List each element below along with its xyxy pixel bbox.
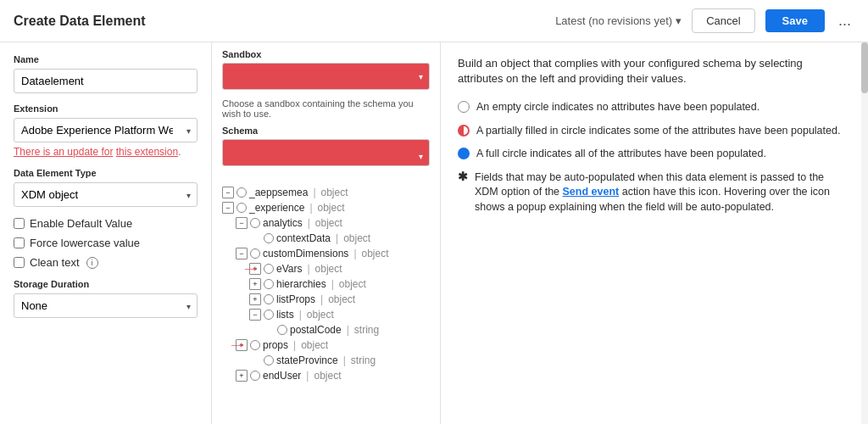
schema-select-wrapper: ▾ xyxy=(222,139,430,173)
storage-duration-select[interactable]: None xyxy=(14,293,198,318)
more-options-button[interactable]: ... xyxy=(835,12,854,30)
clean-text-row: Clean text i xyxy=(14,256,198,269)
collapse-icon[interactable]: − xyxy=(222,202,234,214)
data-element-type-select-wrapper: XDM object ▾ xyxy=(14,182,198,207)
circle-empty-icon xyxy=(264,355,274,365)
tree-item-aeppsemea[interactable]: − _aeppsemea | object xyxy=(219,185,433,200)
circle-empty-icon xyxy=(250,248,260,259)
middle-panel: Sandbox ▾ Choose a sandbox containing th… xyxy=(212,42,441,424)
sandbox-section: Sandbox ▾ xyxy=(212,42,440,98)
arrow-right-icon: → xyxy=(227,338,248,353)
data-element-type-label: Data Element Type xyxy=(14,168,198,178)
circle-full-legend-icon xyxy=(458,148,470,159)
page-title: Create Data Element xyxy=(14,14,146,29)
force-lowercase-checkbox[interactable] xyxy=(14,237,25,248)
circle-empty-icon xyxy=(250,218,260,228)
chevron-down-icon: ▾ xyxy=(676,14,682,27)
clean-text-label: Clean text xyxy=(30,256,80,269)
legend-star-text: Fields that may be auto-populated when t… xyxy=(475,170,844,215)
info-icon[interactable]: i xyxy=(86,257,98,269)
name-label: Name xyxy=(14,54,198,64)
circle-empty-icon xyxy=(277,325,287,335)
legend-full-text: A full circle indicates all of the attri… xyxy=(476,147,766,162)
storage-section: Storage Duration None ▾ xyxy=(14,279,198,318)
tree-item-analytics[interactable]: − analytics | object xyxy=(219,215,433,231)
storage-duration-label: Storage Duration xyxy=(14,279,198,289)
schema-tree: − _aeppsemea | object − _experience | ob… xyxy=(212,181,440,387)
sandbox-hint: Choose a sandbox containing the schema y… xyxy=(212,98,440,119)
schema-section: Schema ▾ xyxy=(212,126,440,181)
extension-label: Extension xyxy=(14,103,198,114)
send-event-link[interactable]: Send event xyxy=(563,186,620,198)
circle-empty-icon xyxy=(250,340,260,350)
enable-default-value-row: Enable Default Value xyxy=(14,217,198,230)
circle-empty-icon xyxy=(264,294,274,304)
collapse-icon[interactable]: − xyxy=(236,248,248,259)
legend-star: ✱ Fields that may be auto-populated when… xyxy=(458,170,844,215)
extension-update-notice: There is an update for this extension. xyxy=(14,146,198,158)
tree-item-customdimensions[interactable]: − customDimensions | object xyxy=(219,246,433,261)
expand-icon[interactable]: + xyxy=(236,370,248,382)
clean-text-checkbox[interactable] xyxy=(14,257,25,268)
legend-partial: A partially filled in circle indicates s… xyxy=(458,124,844,139)
expand-icon[interactable]: + xyxy=(249,278,261,290)
circle-half-legend-icon xyxy=(458,125,470,137)
extension-select[interactable]: Adobe Experience Platform Web SDK xyxy=(14,118,198,142)
main-layout: Name Extension Adobe Experience Platform… xyxy=(0,42,868,424)
tree-item-hierarchies[interactable]: + hierarchies | object xyxy=(219,276,433,292)
collapse-icon[interactable]: − xyxy=(236,217,248,229)
left-panel: Name Extension Adobe Experience Platform… xyxy=(0,42,212,424)
cancel-button[interactable]: Cancel xyxy=(692,8,754,33)
right-panel: Build an object that complies with your … xyxy=(441,42,861,424)
extension-update-link[interactable]: this extension xyxy=(116,146,178,158)
circle-empty-icon xyxy=(264,233,274,243)
header-actions: Latest (no revisions yet) ▾ Cancel Save … xyxy=(555,8,854,33)
tree-item-stateprovince[interactable]: stateProvince | string xyxy=(219,353,433,368)
data-element-type-select[interactable]: XDM object xyxy=(14,182,198,207)
tree-item-experience[interactable]: − _experience | object xyxy=(219,200,433,215)
enable-default-label: Enable Default Value xyxy=(30,217,132,230)
force-lowercase-row: Force lowercase value xyxy=(14,237,198,249)
tree-item-enduser[interactable]: + endUser | object xyxy=(219,368,433,383)
tree-item-props[interactable]: → + props | object xyxy=(219,338,433,353)
collapse-icon[interactable]: − xyxy=(222,187,234,198)
legend-empty: An empty circle indicates no attributes … xyxy=(458,100,844,115)
circle-empty-icon xyxy=(264,264,274,274)
extension-select-wrapper: Adobe Experience Platform Web SDK ▾ xyxy=(14,118,198,142)
collapse-icon[interactable]: − xyxy=(249,309,261,321)
circle-empty-icon xyxy=(236,203,247,213)
scrollbar-track[interactable] xyxy=(861,42,868,424)
sandbox-select-wrapper: ▾ xyxy=(222,63,430,90)
circle-empty-icon xyxy=(236,187,247,198)
sandbox-label: Sandbox xyxy=(222,49,430,59)
scrollbar-thumb[interactable] xyxy=(861,42,868,93)
legend-full: A full circle indicates all of the attri… xyxy=(458,147,844,162)
tree-item-contextdata[interactable]: contextData | object xyxy=(219,231,433,246)
right-panel-intro: Build an object that complies with your … xyxy=(458,56,844,86)
force-lowercase-label: Force lowercase value xyxy=(30,237,140,249)
sandbox-select[interactable] xyxy=(222,63,430,90)
name-input[interactable] xyxy=(14,69,198,93)
asterisk-icon: ✱ xyxy=(458,170,468,183)
expand-icon[interactable]: + xyxy=(249,293,261,305)
tree-item-lists[interactable]: − lists | object xyxy=(219,307,433,322)
legend-partial-text: A partially filled in circle indicates s… xyxy=(476,124,840,139)
tree-item-postalcode[interactable]: postalCode | string xyxy=(219,322,433,338)
tree-item-evars[interactable]: → + eVars | object xyxy=(219,261,433,276)
revision-label: Latest (no revisions yet) xyxy=(555,14,672,27)
circle-empty-icon xyxy=(264,279,274,289)
revision-selector[interactable]: Latest (no revisions yet) ▾ xyxy=(555,14,682,27)
schema-label: Schema xyxy=(222,126,430,136)
header: Create Data Element Latest (no revisions… xyxy=(0,0,868,42)
circle-empty-icon xyxy=(250,371,260,381)
legend-empty-text: An empty circle indicates no attributes … xyxy=(476,100,760,115)
tree-item-listprops[interactable]: + listProps | object xyxy=(219,292,433,307)
circle-empty-icon xyxy=(264,310,274,320)
enable-default-checkbox[interactable] xyxy=(14,218,25,229)
circle-empty-legend-icon xyxy=(458,101,470,113)
arrow-right-icon: → xyxy=(241,261,261,276)
save-button[interactable]: Save xyxy=(765,9,825,32)
schema-select[interactable] xyxy=(222,139,430,166)
storage-duration-select-wrapper: None ▾ xyxy=(14,293,198,318)
